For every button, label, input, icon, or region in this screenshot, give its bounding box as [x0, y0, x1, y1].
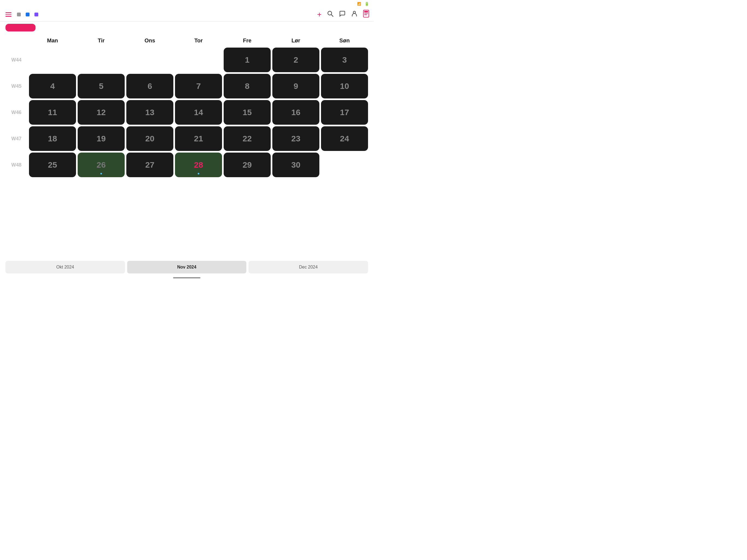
- day-cell[interactable]: 15: [224, 100, 271, 125]
- day-cell: [126, 48, 173, 72]
- day-number: 6: [148, 81, 152, 91]
- day-number: 3: [342, 55, 347, 65]
- day-number: 13: [145, 108, 154, 117]
- legend-item-jorgen: [26, 12, 31, 17]
- day-number: 23: [291, 134, 300, 143]
- week-label-w44: W44: [5, 48, 27, 72]
- day-cell[interactable]: 23: [272, 126, 319, 151]
- day-number: 15: [242, 108, 252, 117]
- day-cell[interactable]: 22: [224, 126, 271, 151]
- col-header-søn: Søn: [321, 35, 368, 46]
- day-number: 8: [245, 81, 250, 91]
- day-cell[interactable]: 16: [272, 100, 319, 125]
- day-number: 27: [145, 160, 154, 170]
- day-cell[interactable]: 27: [126, 153, 173, 177]
- header-section: [0, 22, 374, 32]
- event-dot: [100, 173, 102, 175]
- day-cell[interactable]: 11: [29, 100, 76, 125]
- hamburger-menu[interactable]: [4, 11, 12, 18]
- day-cell[interactable]: 3: [321, 48, 368, 72]
- add-button[interactable]: +: [317, 10, 321, 19]
- legend-dot-jorgen: [26, 12, 29, 17]
- day-cell[interactable]: 7: [175, 74, 222, 98]
- battery-icon: 🔋: [364, 2, 369, 6]
- week-label-w45: W45: [5, 74, 27, 98]
- day-number: 18: [48, 134, 57, 143]
- day-cell[interactable]: 21: [175, 126, 222, 151]
- month-nav: Okt 2024Nov 2024Dec 2024: [0, 261, 374, 274]
- day-cell[interactable]: 28: [175, 153, 222, 177]
- day-cell[interactable]: 19: [78, 126, 125, 151]
- day-number: 17: [340, 108, 349, 117]
- col-header-fre: Fre: [224, 35, 271, 46]
- month-nav-item[interactable]: Dec 2024: [249, 261, 368, 274]
- day-number: 11: [48, 108, 57, 117]
- svg-line-1: [331, 15, 333, 17]
- day-cell[interactable]: 14: [175, 100, 222, 125]
- bottom-handle: [173, 277, 200, 278]
- day-cell[interactable]: 26: [78, 153, 125, 177]
- day-number: 2: [294, 55, 298, 65]
- status-right: 📶 🔋: [357, 2, 369, 6]
- person-button[interactable]: [351, 10, 358, 19]
- day-cell: [321, 153, 368, 177]
- day-number: 1: [245, 55, 250, 65]
- day-cell[interactable]: 9: [272, 74, 319, 98]
- day-cell[interactable]: 24: [321, 126, 368, 151]
- day-number: 7: [196, 81, 201, 91]
- day-number: 30: [291, 160, 300, 170]
- day-number: 24: [340, 134, 349, 143]
- day-number: 4: [50, 81, 55, 91]
- day-cell[interactable]: 5: [78, 74, 125, 98]
- day-number: 26: [97, 160, 106, 170]
- day-cell[interactable]: 29: [224, 153, 271, 177]
- col-header-ons: Ons: [126, 35, 173, 46]
- day-cell[interactable]: 4: [29, 74, 76, 98]
- col-header-man: Man: [29, 35, 76, 46]
- day-cell[interactable]: 25: [29, 153, 76, 177]
- day-cell[interactable]: 12: [78, 100, 125, 125]
- day-number: 9: [294, 81, 298, 91]
- day-cell[interactable]: 18: [29, 126, 76, 151]
- month-nav-item[interactable]: Nov 2024: [127, 261, 247, 274]
- day-number: 22: [242, 134, 252, 143]
- day-number: 29: [242, 160, 252, 170]
- wifi-icon: 📶: [357, 2, 361, 6]
- day-cell[interactable]: 13: [126, 100, 173, 125]
- legend-dot-default: [17, 12, 21, 17]
- chat-button[interactable]: [339, 10, 345, 19]
- day-number: 12: [97, 108, 106, 117]
- toolbar-actions: +: [317, 10, 369, 19]
- app-icon[interactable]: [363, 10, 369, 19]
- calendar-grid: ManTirOnsTorFreLørSønW44123W4545678910W4…: [5, 35, 368, 177]
- day-cell[interactable]: 30: [272, 153, 319, 177]
- today-button[interactable]: [5, 24, 35, 31]
- toolbar: +: [0, 8, 374, 22]
- legend-bar: [17, 12, 313, 17]
- day-cell: [175, 48, 222, 72]
- week-label-w46: W46: [5, 100, 27, 125]
- day-number: 28: [194, 160, 203, 170]
- search-button[interactable]: [327, 10, 334, 19]
- svg-rect-4: [364, 11, 368, 12]
- day-cell[interactable]: 8: [224, 74, 271, 98]
- day-number: 10: [340, 81, 349, 91]
- day-cell[interactable]: 1: [224, 48, 271, 72]
- legend-item-preben: [34, 12, 40, 17]
- day-cell[interactable]: 6: [126, 74, 173, 98]
- legend-item-default: [17, 12, 22, 17]
- event-dot: [198, 173, 199, 175]
- day-cell[interactable]: 10: [321, 74, 368, 98]
- day-number: 19: [97, 134, 106, 143]
- day-cell[interactable]: 20: [126, 126, 173, 151]
- day-cell[interactable]: 2: [272, 48, 319, 72]
- col-header-lør: Lør: [272, 35, 319, 46]
- day-number: 16: [291, 108, 300, 117]
- col-header-tor: Tor: [175, 35, 222, 46]
- month-nav-item[interactable]: Okt 2024: [5, 261, 125, 274]
- svg-rect-6: [364, 15, 367, 15]
- day-number: 14: [194, 108, 203, 117]
- day-cell[interactable]: 17: [321, 100, 368, 125]
- calendar-area: ManTirOnsTorFreLørSønW44123W4545678910W4…: [0, 32, 374, 177]
- week-label-w47: W47: [5, 126, 27, 151]
